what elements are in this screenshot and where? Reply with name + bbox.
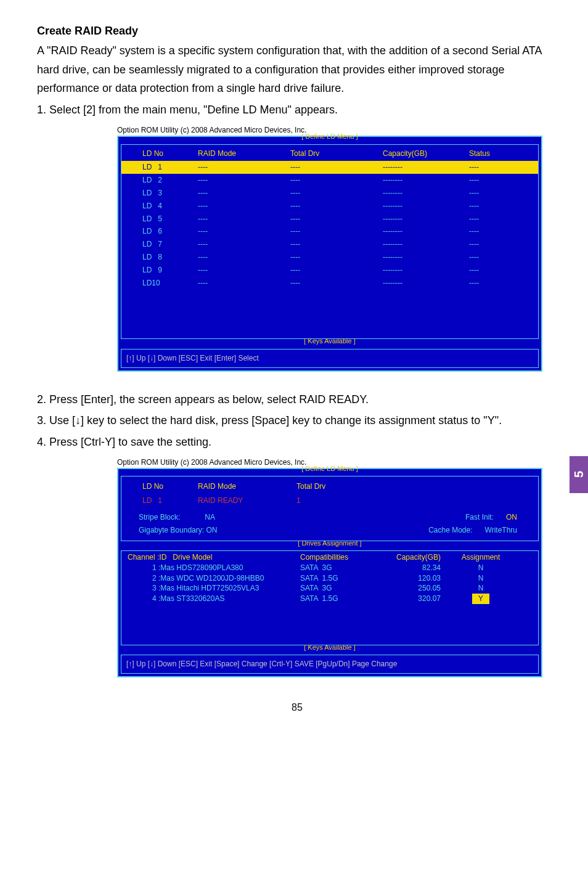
ld-cell: LD 3 [124, 188, 198, 198]
dhdr-compat: Compatibilities [300, 552, 373, 563]
table-header-2: LD No RAID Mode Total Drv [121, 476, 538, 494]
assignment-y-badge: Y [472, 594, 489, 604]
ld1-drv: 1 [296, 496, 370, 506]
drive-assignment: N [453, 583, 508, 594]
ld-cell: ---- [198, 252, 290, 263]
stripe-block-label: Stripe Block: [139, 512, 180, 523]
ld-row[interactable]: LD 4-------------------- [121, 200, 538, 213]
ld-cell: LD10 [124, 278, 198, 288]
side-tab-label: 5 [572, 471, 586, 478]
drive-cell: 250.05 [373, 583, 453, 594]
ld-cell: ---- [198, 226, 290, 237]
table-header: LD No RAID Mode Total Drv Capacity(GB) S… [121, 145, 538, 161]
hdr2-raidmode: RAID Mode [198, 481, 296, 492]
hdr-raidmode: RAID Mode [198, 149, 290, 159]
page-number: 85 [37, 702, 557, 713]
hdr-capacity: Capacity(GB) [383, 149, 469, 159]
step-2: 2. Press [Enter], the screen appears as … [37, 390, 557, 409]
side-tab: 5 [570, 456, 588, 493]
ld-cell: -------- [383, 226, 469, 237]
ld-cell: ---- [290, 252, 383, 263]
ld-cell: LD 7 [124, 239, 198, 250]
ld-cell: ---- [469, 162, 518, 173]
ld-row[interactable]: LD 1-------------------- [121, 161, 538, 174]
ld-row[interactable]: LD 6-------------------- [121, 225, 538, 238]
drive-row[interactable]: 2 :Mas WDC WD1200JD-98HBB0SATA 1.5G120.0… [121, 573, 538, 584]
ld-cell: -------- [383, 214, 469, 224]
ld-row-selected[interactable]: LD 1 RAID READY 1 [121, 494, 538, 511]
hdr2-ldno: LD No [124, 481, 198, 492]
keys-available: [↑] Up [↓] Down [ESC] Exit [Enter] Selec… [121, 349, 539, 368]
ld-row[interactable]: LD10-------------------- [121, 277, 538, 290]
ld-cell: ---- [198, 188, 290, 198]
bios-screen-2: Option ROM Utility (c) 2008 Advanced Mic… [117, 457, 542, 677]
drive-cell: 1 :Mas HDS728090PLA380 [125, 563, 300, 573]
cache-mode-label: Cache Mode: [428, 525, 472, 536]
ld-cell: -------- [383, 252, 469, 263]
ld-cell: LD 9 [124, 265, 198, 276]
ld-cell: ---- [469, 201, 518, 211]
drive-cell: 120.03 [373, 573, 453, 584]
drive-cell: 2 :Mas WDC WD1200JD-98HBB0 [125, 573, 300, 584]
ld-cell: -------- [383, 201, 469, 211]
ld-cell: LD 5 [124, 214, 198, 224]
drive-cell: 320.07 [373, 594, 453, 604]
ld-cell: ---- [290, 239, 383, 250]
ld-cell: ---- [469, 214, 518, 224]
ld-cell: LD 2 [124, 175, 198, 186]
ld-row[interactable]: LD 5-------------------- [121, 213, 538, 226]
ld-cell: LD 8 [124, 252, 198, 263]
ld-cell: LD 1 [124, 162, 198, 173]
keys-available-2: [↑] Up [↓] Down [ESC] Exit [Space] Chang… [121, 655, 539, 674]
ld-row[interactable]: LD 2-------------------- [121, 174, 538, 187]
ld-row[interactable]: LD 7-------------------- [121, 238, 538, 251]
drive-cell: 4 :Mas ST3320620AS [125, 594, 300, 604]
ld-row[interactable]: LD 3-------------------- [121, 187, 538, 200]
ld-cell: ---- [198, 175, 290, 186]
dhdr-assign: Assignment [453, 552, 508, 563]
ld-cell: -------- [383, 188, 469, 198]
drive-cell: SATA 1.5G [300, 573, 373, 584]
ld-cell: ---- [469, 175, 518, 186]
ld-cell: -------- [383, 278, 469, 288]
ld-cell: ---- [198, 162, 290, 173]
ld-cell: ---- [290, 278, 383, 288]
drive-row[interactable]: 1 :Mas HDS728090PLA380SATA 3G82.34N [121, 563, 538, 573]
drive-cell: SATA 3G [300, 563, 373, 573]
ld-cell: ---- [198, 265, 290, 276]
ld-cell: -------- [383, 239, 469, 250]
ld-cell: ---- [290, 188, 383, 198]
ld-row[interactable]: LD 9-------------------- [121, 264, 538, 277]
gigabyte-boundary: Gigabyte Boundary: ON [139, 525, 217, 536]
ld-cell: ---- [290, 226, 383, 237]
keys-available-label-2: [ Keys Available ] [118, 643, 541, 652]
ld-cell: ---- [469, 278, 518, 288]
step-1: 1. Select [2] from the main menu, "Defin… [37, 100, 557, 120]
drive-cell: 82.34 [373, 563, 453, 573]
ld-cell: ---- [198, 239, 290, 250]
ld-cell: -------- [383, 162, 469, 173]
ld-cell: ---- [198, 214, 290, 224]
ld-cell: ---- [290, 265, 383, 276]
drive-cell: 3 :Mas Hitachi HDT725025VLA3 [125, 583, 300, 594]
drive-cell: SATA 1.5G [300, 594, 373, 604]
heading-create-raid-ready: Create RAID Ready [37, 25, 557, 38]
intro-paragraph: A "RAID Ready" system is a specific syst… [37, 41, 557, 98]
bios-screen-1: Option ROM Utility (c) 2008 Advanced Mic… [117, 125, 542, 371]
ld-cell: ---- [290, 201, 383, 211]
drive-assignment: Y [453, 594, 508, 604]
stripe-row-2: Gigabyte Boundary: ON Cache Mode: WriteT… [121, 524, 538, 537]
fast-init-value: ON [506, 512, 517, 523]
drive-row[interactable]: 3 :Mas Hitachi HDT725025VLA3SATA 3G250.0… [121, 583, 538, 594]
stripe-row-1: Stripe Block: NA Fast Init: ON [121, 511, 538, 524]
ld-cell: ---- [469, 239, 518, 250]
dhdr-cap: Capacity(GB) [373, 552, 453, 563]
ld-cell: ---- [290, 214, 383, 224]
step-3: 3. Use [↓] key to select the hard disk, … [37, 411, 557, 430]
drives-assignment-label: [ Drives Assignment ] [118, 539, 541, 548]
drive-assignment: N [453, 563, 508, 573]
ld-cell: ---- [469, 252, 518, 263]
ld-row[interactable]: LD 8-------------------- [121, 251, 538, 264]
ld-cell: ---- [469, 188, 518, 198]
drive-row[interactable]: 4 :Mas ST3320620ASSATA 1.5G320.07Y [121, 594, 538, 604]
